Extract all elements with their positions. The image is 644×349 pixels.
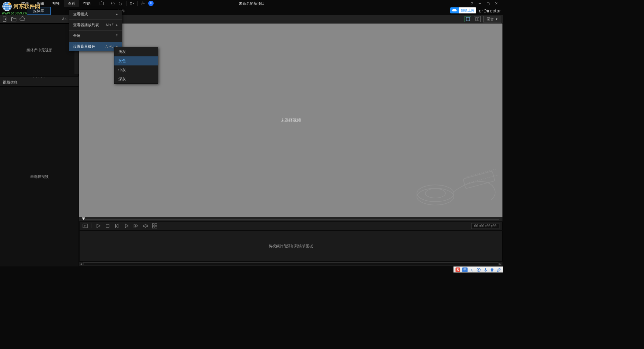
minimize-icon[interactable]: ─: [478, 1, 482, 6]
tray-sogou-icon[interactable]: S: [455, 267, 460, 272]
zoom-selector[interactable]: 适合▾: [483, 16, 501, 22]
menu-video[interactable]: 视频: [48, 0, 64, 7]
redo-icon[interactable]: [118, 1, 123, 6]
horizontal-scrollbar[interactable]: ◂ ▸: [79, 262, 502, 266]
svg-rect-13: [476, 17, 477, 21]
cloud-icon[interactable]: [19, 16, 25, 22]
playback-controls: 00;00;00;00: [79, 221, 502, 230]
help-icon[interactable]: ?: [470, 1, 474, 6]
video-info-header: 视频信息: [0, 79, 78, 87]
upload-label: 拍摄上传: [459, 7, 476, 13]
stop-icon[interactable]: [105, 223, 111, 229]
menu-label: 设置背景颜色: [73, 44, 95, 49]
sort-toggle[interactable]: A↑↓: [62, 17, 68, 21]
zoom-label: 适合: [487, 17, 494, 21]
folder-icon[interactable]: [11, 16, 17, 22]
menu-help[interactable]: 帮助: [79, 0, 95, 7]
menu-view-mode[interactable]: 查看模式 ▶: [69, 10, 122, 19]
menu-viewer-playlist[interactable]: 查看器播放列表 Alt+Z ▶: [69, 20, 122, 30]
svg-point-30: [478, 269, 479, 270]
svg-rect-24: [155, 223, 157, 226]
project-title: 未命名的新项目: [239, 1, 265, 6]
view-menu-dropdown: 查看模式 ▶ 查看器播放列表 Alt+Z ▶ 全屏 F 设置背景颜色 Alt+B…: [69, 9, 122, 51]
settings-icon[interactable]: [140, 1, 146, 6]
svg-line-19: [466, 169, 496, 177]
svg-rect-26: [155, 226, 157, 228]
menu-edit[interactable]: 编辑: [33, 0, 48, 7]
menu-bar: 文件 编辑 视频 查看 帮助 ⊡▾ 未命名的新项目 ? ─ ▢ ✕: [0, 0, 503, 7]
menu-view[interactable]: 查看: [64, 0, 79, 7]
tray-ime-icon[interactable]: 中: [462, 267, 468, 272]
menu-separator: [69, 19, 122, 20]
mute-icon[interactable]: [142, 223, 148, 229]
menu-file[interactable]: 文件: [17, 0, 33, 7]
menu-divider: [107, 1, 107, 6]
notification-icon[interactable]: [148, 1, 154, 6]
svg-rect-14: [478, 17, 479, 21]
cloud-upload-icon: [450, 7, 459, 13]
single-view-icon[interactable]: [465, 16, 471, 22]
menu-label: 查看模式: [73, 12, 88, 17]
menu-label: 全屏: [73, 33, 80, 38]
close-icon[interactable]: ✕: [494, 1, 498, 6]
timecode-display[interactable]: 00;00;00;00: [471, 223, 499, 229]
bg-option-gray[interactable]: 灰色: [114, 56, 158, 65]
tray-skin-icon[interactable]: [490, 267, 494, 272]
media-library-panel[interactable]: 媒体库中无视频: [0, 23, 78, 77]
scroll-track[interactable]: [83, 262, 498, 265]
svg-point-17: [425, 189, 445, 198]
bg-color-submenu: 浅灰 灰色 中灰 深灰: [114, 47, 158, 84]
scroll-right-icon[interactable]: ▸: [498, 262, 502, 266]
media-empty-text: 媒体库中无视频: [26, 48, 52, 53]
tray-mic-icon[interactable]: [483, 267, 488, 272]
menu-fullscreen[interactable]: 全屏 F: [69, 31, 122, 40]
storyboard-hint: 将视频片段添加到情节图板: [269, 244, 313, 249]
submenu-arrow-icon: ▶: [116, 13, 118, 16]
menu-shortcut: Alt+B: [99, 45, 113, 48]
menu-separator: [69, 41, 122, 41]
bg-option-mid-gray[interactable]: 中灰: [114, 65, 158, 74]
timeline-scrubber[interactable]: [79, 217, 502, 221]
tray-punct-icon[interactable]: •,: [470, 267, 474, 272]
maximize-icon[interactable]: ▢: [486, 1, 490, 6]
menu-shortcut: F: [109, 34, 118, 38]
playhead-icon[interactable]: [82, 217, 85, 220]
svg-point-3: [142, 3, 144, 4]
menu-label: 查看器播放列表: [73, 22, 99, 28]
bg-option-dark-gray[interactable]: 深灰: [114, 74, 158, 84]
svg-rect-25: [152, 226, 154, 228]
grid-overlay-icon[interactable]: [152, 223, 158, 229]
storyboard-panel[interactable]: 将视频片段添加到情节图板: [79, 231, 502, 261]
svg-point-15: [417, 188, 454, 205]
upload-button[interactable]: 拍摄上传: [450, 7, 476, 13]
tray-keyboard-icon[interactable]: [476, 267, 481, 272]
fast-forward-icon[interactable]: [133, 223, 139, 229]
tab-media-library[interactable]: 媒体库: [27, 7, 51, 15]
tray-tools-icon[interactable]: [496, 267, 501, 272]
menu-separator: [69, 30, 122, 31]
new-file-icon[interactable]: [2, 16, 8, 22]
brand-name: orDirector: [479, 8, 501, 13]
prev-frame-icon[interactable]: [114, 223, 120, 229]
undo-icon[interactable]: [110, 1, 115, 6]
import-icon[interactable]: [99, 1, 104, 6]
play-icon[interactable]: [95, 223, 101, 229]
compare-view-icon[interactable]: [474, 16, 481, 22]
aspect-icon[interactable]: ⊡▾: [129, 1, 135, 6]
info-empty-text: 未选择视频: [30, 174, 49, 179]
svg-rect-31: [485, 268, 486, 270]
main-area: 媒体库中无视频 • • • • • 视频信息 未选择视频 未选择视频: [0, 23, 503, 266]
svg-rect-12: [466, 17, 470, 21]
svg-text:S: S: [457, 268, 459, 272]
svg-rect-2: [100, 2, 104, 5]
bg-option-light-gray[interactable]: 浅灰: [114, 47, 158, 56]
play-range-icon[interactable]: [82, 223, 88, 229]
scroll-left-icon[interactable]: ◂: [79, 262, 83, 266]
divider: [92, 223, 92, 228]
scrub-track: [83, 219, 499, 219]
submenu-arrow-icon: ▶: [116, 23, 118, 27]
film-reel-decoration-icon: [412, 160, 499, 213]
left-sidebar: 媒体库中无视频 • • • • • 视频信息 未选择视频: [0, 23, 78, 266]
svg-rect-22: [106, 225, 109, 228]
next-frame-icon[interactable]: [123, 223, 129, 229]
